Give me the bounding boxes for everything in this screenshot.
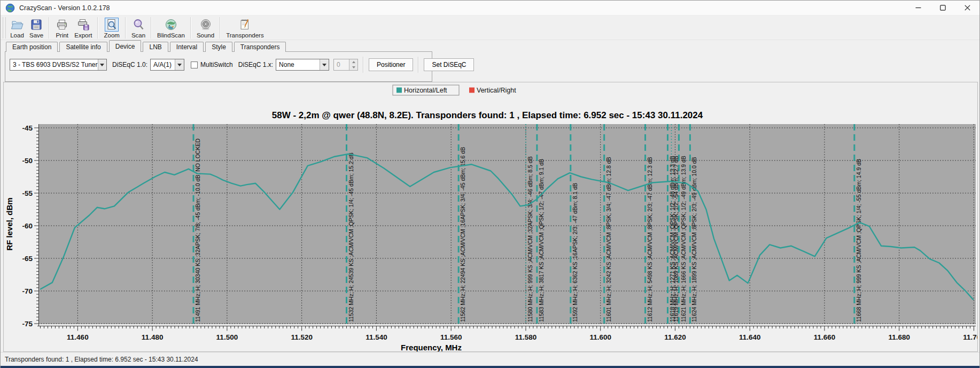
tuner-select[interactable]: 3 - TBS 6903 DVBS/S2 Tuner 1	[10, 59, 107, 71]
x-tick-label: 11.520	[291, 333, 313, 341]
positioner-button[interactable]: Positioner	[369, 58, 413, 71]
transponders-button[interactable]: Transponders	[223, 17, 267, 39]
x-tick-label: 11.620	[664, 333, 686, 341]
y-tick-label: -75	[22, 320, 33, 328]
multiswitch-checkbox-group: MultiSwitch	[191, 61, 233, 68]
x-tick-label: 11.600	[589, 333, 611, 341]
toolbar-separator	[151, 17, 152, 39]
window-title: CrazyScan - Version 1.0.2.178	[19, 4, 110, 12]
magnifier-icon	[131, 18, 145, 32]
toolbar-separator	[49, 17, 50, 39]
x-tick-label: 11.500	[216, 333, 238, 341]
legend-item-horizontal-left[interactable]: Horizontal/Left	[393, 85, 459, 95]
toolbar-separator	[125, 17, 126, 39]
y-tick-label: -65	[22, 255, 33, 263]
sound-label: Sound	[197, 32, 214, 39]
minimize-button[interactable]	[906, 1, 930, 15]
toolbar-separator	[220, 17, 221, 39]
transponder-label: 11580 MHz; H; 999 KS ;ACM/VCM ;32APSK; 3…	[527, 156, 533, 322]
y-tick-label: -50	[22, 157, 33, 165]
stepper-up-icon[interactable]	[349, 59, 357, 65]
blindscan-button[interactable]: BlindScan	[154, 17, 188, 39]
x-tick-label: 11.580	[515, 333, 537, 341]
y-axis-title: RF level, dBm	[5, 197, 14, 250]
tab-interval[interactable]: Interval	[170, 42, 204, 52]
y-tick-label: -60	[22, 222, 33, 230]
save-label: Save	[29, 32, 43, 39]
close-button[interactable]	[955, 1, 979, 15]
transponder-label: 11532 MHz; H; 24539 KS ;ACM/VCM ;QPSK; 1…	[348, 152, 354, 322]
x-tick-label: 11.660	[814, 333, 836, 341]
toolbar-gripper[interactable]	[3, 17, 6, 39]
toolbar-separator	[190, 17, 191, 39]
x-tick-label: 11.460	[67, 333, 89, 341]
app-window: CrazyScan - Version 1.0.2.178	[0, 0, 980, 368]
toolbar: Load Save	[1, 16, 979, 40]
stepper-down-icon[interactable]	[349, 65, 357, 70]
tab-lnb[interactable]: LNB	[143, 42, 168, 52]
chevron-down-icon	[98, 59, 106, 70]
maximize-button[interactable]	[930, 1, 955, 15]
set-diseqc-button[interactable]: Set DiSEqC	[424, 58, 474, 71]
legend-label: Horizontal/Left	[404, 87, 447, 94]
transponder-label: 11491 MHz; H; 30340 KS ;32APSK; 7/8; -45…	[195, 139, 201, 322]
status-text: Transponders found: 1 , Elapsed time: 6.…	[1, 356, 198, 363]
x-tick-label: 11.700	[963, 333, 977, 341]
x-tick-label: 11.480	[142, 333, 164, 341]
chart-title: 58W - 2,2m @ qwer (48.8N, 8.2E). Transpo…	[272, 110, 703, 120]
spectrum-chart[interactable]: Horizontal/LeftVertical/Right58W - 2,2m …	[4, 82, 977, 351]
globe-scan-icon	[164, 18, 178, 32]
scan-button[interactable]: Scan	[129, 17, 148, 39]
multiswitch-label: MultiSwitch	[200, 61, 233, 68]
transponder-label: 11619 MHz; H; 1089 KS ;ACM/VCM ;QPSK; 1/…	[673, 156, 679, 322]
load-label: Load	[10, 32, 24, 39]
floppy-disk-icon	[29, 18, 43, 32]
y-tick-label: -70	[22, 287, 33, 295]
transponder-label: 11612 MHz; H; 5498 KS ;ACM/VCM ;8PSK; 2/…	[647, 157, 653, 322]
x-tick-label: 11.640	[739, 333, 761, 341]
print-button[interactable]: Print	[52, 17, 72, 39]
x-tick-label: 11.680	[888, 333, 910, 341]
diseqc1x-label: DiSEqC 1.x:	[238, 61, 273, 68]
chevron-down-icon	[320, 59, 329, 70]
y-tick-label: -55	[22, 189, 33, 197]
legend-label: Vertical/Right	[477, 87, 516, 94]
export-button[interactable]: Export	[72, 17, 95, 39]
tab-transponders[interactable]: Transponders	[234, 42, 286, 52]
diseqc-position-stepper[interactable]: 0	[333, 59, 358, 71]
panel-separator	[418, 57, 419, 73]
status-bar: Transponders found: 1 , Elapsed time: 6.…	[1, 352, 979, 366]
zoom-button[interactable]: Zoom	[101, 17, 122, 39]
scan-label: Scan	[131, 32, 145, 39]
diseqc10-select[interactable]: A/A(1)	[150, 59, 184, 71]
panel-separator	[363, 57, 364, 73]
tab-style[interactable]: Style	[205, 42, 232, 52]
diseqc1x-select[interactable]: None	[276, 59, 329, 71]
transponders-label: Transponders	[226, 32, 264, 39]
diseqc10-label: DiSEqC 1.0:	[112, 61, 147, 68]
transponder-label: 11624 MHz; H; 1899 KS ;ACM/VCM ;8PSK; 2/…	[691, 157, 697, 322]
legend-swatch	[469, 88, 475, 93]
export-label: Export	[74, 32, 92, 39]
chart-legend: Horizontal/LeftVertical/Right	[393, 85, 516, 95]
transponder-label: 11668 MHz; H; 999 KS ;ACM/VCM ;QPSK; 1/4…	[855, 159, 862, 322]
chevron-down-icon	[175, 59, 184, 70]
tab-earth-position[interactable]: Earth position	[6, 42, 58, 52]
multiswitch-checkbox[interactable]	[191, 62, 198, 68]
spectrum-plot-area[interactable]	[38, 124, 976, 324]
tab-satellite-info[interactable]: Satellite info	[59, 42, 107, 52]
load-button[interactable]: Load	[7, 17, 27, 39]
x-tick-label: 11.540	[365, 333, 387, 341]
speaker-icon	[199, 18, 213, 32]
sound-button[interactable]: Sound	[194, 17, 217, 39]
open-folder-icon	[10, 18, 24, 32]
blindscan-label: BlindScan	[157, 32, 185, 39]
save-button[interactable]: Save	[27, 17, 46, 39]
toolbar-separator	[97, 17, 98, 39]
tab-device[interactable]: Device	[109, 40, 142, 52]
device-tab-page: 3 - TBS 6903 DVBS/S2 Tuner 1 DiSEqC 1.0:…	[5, 51, 432, 82]
diseqc10-select-value: A/A(1)	[153, 61, 172, 68]
legend-item-vertical-right[interactable]: Vertical/Right	[469, 87, 516, 94]
transponder-label: 11583 MHz; H; 3817 KS ;ACM/VCM ;QPSK; 1/…	[538, 159, 545, 322]
x-axis-title: Frequency, MHz	[401, 343, 462, 351]
